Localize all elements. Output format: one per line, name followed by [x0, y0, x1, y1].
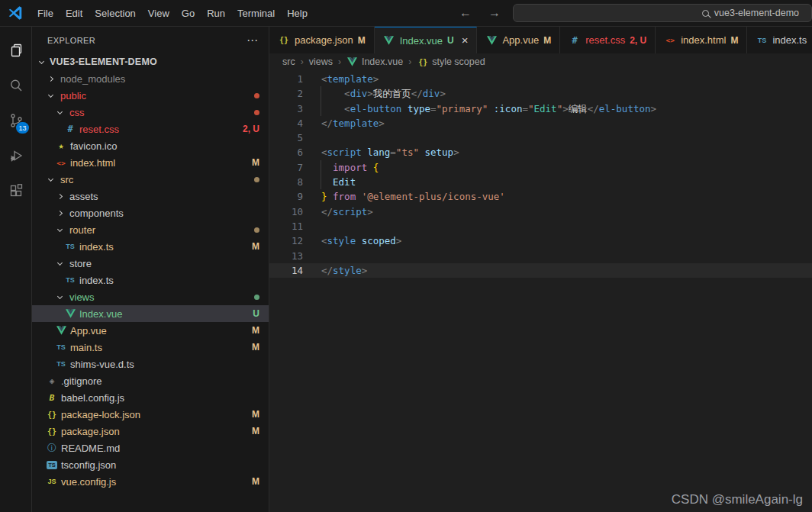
- tree-item-vue-config-js[interactable]: JSvue.config.jsM: [32, 473, 269, 490]
- tree-item-shims-vue-d-ts[interactable]: TSshims-vue.d.ts: [32, 356, 269, 372]
- tree-item-css[interactable]: css: [32, 104, 269, 121]
- menu-help[interactable]: Help: [281, 5, 314, 21]
- code-line-11[interactable]: 11: [269, 219, 812, 233]
- source-control-icon[interactable]: 13: [0, 103, 32, 138]
- run-debug-icon[interactable]: [0, 138, 32, 173]
- tree-item-components[interactable]: components: [32, 204, 269, 221]
- line-number: 13: [269, 249, 303, 263]
- tree-item-babel-config-js[interactable]: Bbabel.config.js: [32, 389, 269, 406]
- tree-item-readme-md[interactable]: ⓘREADME.md: [32, 440, 269, 456]
- vscode-window: FileEditSelectionViewGoRunTerminalHelp ←…: [0, 0, 812, 512]
- tree-item-router[interactable]: router: [32, 221, 269, 238]
- modified-dot: [254, 110, 259, 115]
- tree-item-favicon-ico[interactable]: ★favicon.ico: [32, 137, 269, 154]
- more-actions-icon[interactable]: ⋯: [246, 37, 258, 44]
- code-editor[interactable]: 1<template>2 <div>我的首页</div>3 <el-button…: [269, 70, 812, 512]
- file-label: main.ts: [70, 342, 102, 353]
- git-icon: ◈: [46, 376, 58, 386]
- tree-item-node-modules[interactable]: node_modules: [32, 70, 269, 87]
- tree-item-assets[interactable]: assets: [32, 188, 269, 204]
- breadcrumb-item-views[interactable]: views: [309, 56, 333, 67]
- tab-index-ts[interactable]: TSindex.ts: [747, 27, 812, 53]
- breadcrumb-item-index-vue[interactable]: Index.vue: [346, 56, 403, 67]
- code-line-7[interactable]: 7 import {: [269, 160, 812, 175]
- menu-selection[interactable]: Selection: [89, 5, 141, 21]
- tab-label: Index.vue: [400, 35, 443, 47]
- tree-item-index-html[interactable]: <>index.htmlM: [32, 154, 269, 171]
- code-line-1[interactable]: 1<template>: [269, 72, 812, 86]
- code-line-2[interactable]: 2 <div>我的首页</div>: [269, 86, 812, 101]
- code-line-3[interactable]: 3 <el-button type="primary" :icon="Edit"…: [269, 101, 812, 116]
- breadcrumb-item-src[interactable]: src: [282, 56, 295, 67]
- chevron-down-icon: [48, 92, 53, 97]
- tree-item-package-json[interactable]: {}package.jsonM: [32, 423, 269, 440]
- tab-index-html[interactable]: <>index.htmlM: [656, 27, 747, 53]
- close-icon[interactable]: ×: [462, 36, 469, 45]
- tree-item-gitignore[interactable]: ◈.gitignore: [32, 372, 269, 389]
- history-nav: ← →: [459, 6, 501, 20]
- tsjson-icon: TS: [46, 461, 58, 469]
- line-text: <script lang="ts" setup>: [321, 145, 459, 159]
- star-icon: ★: [55, 140, 67, 151]
- tree-item-src[interactable]: src: [32, 171, 269, 188]
- tab-label: reset.css: [585, 34, 625, 46]
- back-arrow-icon[interactable]: ←: [459, 6, 472, 20]
- tree-item-index-ts[interactable]: TSindex.tsM: [32, 238, 269, 255]
- chevron-right-icon: [48, 76, 53, 81]
- file-label: views: [69, 291, 95, 303]
- git-status-badge: U: [253, 308, 259, 319]
- tree-item-package-lock-json[interactable]: {}package-lock.jsonM: [32, 406, 269, 423]
- line-text: Edit: [321, 175, 356, 189]
- forward-arrow-icon[interactable]: →: [488, 6, 501, 20]
- tree-item-reset-css[interactable]: #reset.css2, U: [32, 121, 269, 137]
- search-label: vue3-element-demo: [714, 8, 799, 18]
- breadcrumb-label: src: [282, 56, 295, 67]
- tree-item-index-ts[interactable]: TSindex.ts: [32, 272, 269, 288]
- code-line-5[interactable]: 5: [269, 130, 812, 145]
- tab-package-json[interactable]: {}package.jsonM: [269, 27, 375, 53]
- code-line-8[interactable]: 8 Edit: [269, 175, 812, 189]
- tab-app-vue[interactable]: App.vueM: [477, 27, 560, 53]
- tree-item-tsconfig-json[interactable]: TStsconfig.json: [32, 456, 269, 473]
- code-line-4[interactable]: 4</template>: [269, 116, 812, 130]
- vue-icon: [55, 326, 67, 335]
- file-label: App.vue: [70, 325, 107, 337]
- tab-reset-css[interactable]: #reset.css2, U: [560, 27, 656, 53]
- tab-index-vue[interactable]: Index.vueU×: [375, 27, 478, 53]
- menu-run[interactable]: Run: [201, 5, 231, 21]
- menu-view[interactable]: View: [142, 5, 176, 21]
- code-line-14[interactable]: 14</style>: [269, 263, 812, 278]
- vue-icon: [64, 309, 76, 318]
- menu-file[interactable]: File: [31, 5, 60, 21]
- tree-item-index-vue[interactable]: Index.vueU: [32, 305, 269, 322]
- menu-terminal[interactable]: Terminal: [231, 5, 281, 21]
- tree-item-public[interactable]: public: [32, 87, 269, 104]
- file-label: Index.vue: [79, 308, 122, 320]
- breadcrumb-label: Index.vue: [362, 56, 403, 67]
- code-line-13[interactable]: 13: [269, 249, 812, 263]
- tree-item-views[interactable]: views: [32, 288, 269, 305]
- tree-item-main-ts[interactable]: TSmain.tsM: [32, 339, 269, 356]
- code-line-9[interactable]: 9} from '@element-plus/icons-vue': [269, 189, 812, 204]
- tree-item-root[interactable]: VUE3-ELEMENT-DEMO: [32, 53, 269, 70]
- ts-icon: TS: [55, 360, 67, 368]
- extensions-icon[interactable]: [0, 173, 32, 208]
- line-text: } from '@element-plus/icons-vue': [321, 189, 505, 204]
- code-line-10[interactable]: 10</script>: [269, 204, 812, 219]
- search-sidebar-icon[interactable]: [0, 68, 32, 103]
- file-label: vue.config.js: [61, 476, 116, 488]
- command-center-search[interactable]: vue3-element-demo: [513, 4, 812, 22]
- file-label: index.ts: [79, 241, 114, 253]
- explorer-icon[interactable]: [0, 33, 32, 68]
- tab-bar: {}package.jsonMIndex.vueU×App.vueM#reset…: [269, 27, 812, 53]
- vue-icon: [346, 57, 359, 66]
- breadcrumb-item-style-scoped[interactable]: {}style scoped: [417, 56, 485, 67]
- code-line-12[interactable]: 12<style scoped>: [269, 233, 812, 248]
- code-line-6[interactable]: 6<script lang="ts" setup>: [269, 145, 812, 159]
- tree-item-app-vue[interactable]: App.vueM: [32, 322, 269, 339]
- tree-item-store[interactable]: store: [32, 255, 269, 272]
- menu-edit[interactable]: Edit: [60, 5, 89, 21]
- tab-git-badge: U: [447, 35, 454, 46]
- menu-go[interactable]: Go: [176, 5, 201, 21]
- watermark: CSDN @smileAgain-lg: [672, 492, 803, 507]
